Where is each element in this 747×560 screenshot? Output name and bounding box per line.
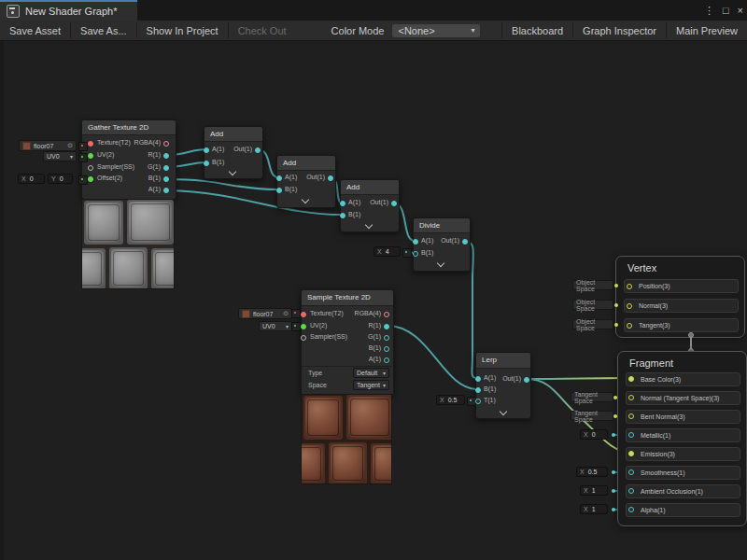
port-g-output[interactable] bbox=[163, 165, 169, 171]
port-uv-input[interactable] bbox=[301, 324, 306, 329]
port-b-input[interactable] bbox=[204, 161, 209, 166]
texture-asset-chip[interactable]: floor07 ⊙ bbox=[238, 308, 292, 319]
vertex-context-block[interactable]: Vertex Position(3) Normal(3) Tangent(3) bbox=[615, 256, 745, 338]
port-a-input[interactable] bbox=[204, 147, 209, 153]
port-label: A(1) bbox=[112, 186, 161, 192]
offset-x-field[interactable]: X 0 bbox=[18, 174, 45, 184]
offset-y-field[interactable]: Y 0 bbox=[48, 174, 73, 184]
graph-inspector-button[interactable]: Graph Inspector bbox=[573, 21, 666, 40]
metallic-field[interactable]: X 0 bbox=[580, 429, 608, 440]
field-label: X bbox=[584, 431, 588, 438]
block-row-alpha[interactable]: Alpha(1) bbox=[626, 503, 740, 517]
color-mode-label: Color Mode bbox=[320, 21, 392, 40]
port-a-output[interactable] bbox=[163, 188, 169, 193]
space-chip-object[interactable]: Object Space bbox=[572, 280, 613, 290]
port-a-input[interactable] bbox=[475, 376, 481, 382]
tab-new-shader-graph[interactable]: New Shader Graph* bbox=[0, 2, 137, 21]
ambient-occlusion-field[interactable]: X 1 bbox=[580, 485, 608, 496]
lerp-t-field[interactable]: X 0.5 bbox=[436, 395, 465, 405]
smoothness-field[interactable]: X 0.5 bbox=[576, 467, 608, 477]
port-smoothness-input[interactable] bbox=[628, 469, 634, 475]
port-base-color-input[interactable] bbox=[628, 376, 634, 382]
block-row-tangent[interactable]: Tangent(3) bbox=[624, 318, 739, 332]
block-row-emission[interactable]: Emission(3) bbox=[626, 447, 740, 461]
space-chip-tangent[interactable]: Tangent Space bbox=[571, 411, 613, 421]
maximize-icon[interactable]: □ bbox=[723, 5, 729, 16]
alpha-field[interactable]: X 1 bbox=[580, 504, 608, 514]
port-a-input[interactable] bbox=[340, 201, 345, 206]
port-emission-input[interactable] bbox=[628, 451, 634, 456]
port-normal-input[interactable] bbox=[627, 303, 632, 309]
space-chip-tangent[interactable]: Tangent Space bbox=[571, 392, 613, 402]
port-position-input[interactable] bbox=[627, 284, 632, 289]
show-in-project-button[interactable]: Show In Project bbox=[137, 21, 228, 40]
space-dropdown[interactable]: Tangent ▾ bbox=[353, 380, 389, 390]
type-dropdown[interactable]: Default ▾ bbox=[353, 368, 389, 378]
port-r-output[interactable] bbox=[384, 324, 389, 329]
field-label: X bbox=[440, 397, 444, 403]
port-out-output[interactable] bbox=[255, 147, 261, 153]
gather-texture-preview bbox=[81, 199, 175, 289]
port-offset-input[interactable] bbox=[88, 176, 93, 182]
port-a-input[interactable] bbox=[276, 175, 282, 181]
port-a-output[interactable] bbox=[384, 357, 389, 363]
port-sampler-input[interactable] bbox=[301, 335, 306, 341]
save-as-button[interactable]: Save As... bbox=[71, 21, 136, 40]
port-b-output[interactable] bbox=[163, 176, 169, 182]
block-row-base-color[interactable]: Base Color(3) bbox=[626, 372, 740, 386]
blackboard-button[interactable]: Blackboard bbox=[502, 21, 572, 40]
port-r-output[interactable] bbox=[163, 153, 169, 159]
texture-asset-chip[interactable]: floor07 ⊙ bbox=[19, 140, 77, 151]
port-b-output[interactable] bbox=[384, 346, 389, 352]
window-menu-icon[interactable]: ⋮ bbox=[704, 5, 714, 17]
space-chip-object[interactable]: Object Space bbox=[572, 319, 613, 329]
port-b-input[interactable] bbox=[413, 251, 418, 257]
port-normal-ts-input[interactable] bbox=[628, 395, 634, 400]
block-row-smoothness[interactable]: Smoothness(1) bbox=[626, 466, 740, 480]
port-out-output[interactable] bbox=[462, 239, 468, 245]
port-tangent-input[interactable] bbox=[627, 323, 632, 329]
port-bent-normal-input[interactable] bbox=[628, 413, 634, 419]
port-out-output[interactable] bbox=[391, 201, 397, 206]
port-texture-input[interactable] bbox=[301, 312, 306, 317]
block-row-metallic[interactable]: Metallic(1) bbox=[626, 428, 740, 442]
row-label: Metallic(1) bbox=[641, 432, 670, 439]
color-mode-dropdown[interactable]: <None> ▾ bbox=[391, 23, 481, 38]
uv-channel-dropdown[interactable]: UV0 ▾ bbox=[259, 321, 292, 331]
block-row-bent-normal[interactable]: Bent Normal(3) bbox=[626, 410, 740, 424]
port-b-input[interactable] bbox=[276, 188, 282, 193]
save-asset-button[interactable]: Save Asset bbox=[0, 21, 70, 40]
port-alpha-input[interactable] bbox=[628, 507, 634, 512]
chevron-down-icon: ▾ bbox=[471, 26, 474, 35]
port-sampler-input[interactable] bbox=[88, 165, 93, 171]
port-out-output[interactable] bbox=[328, 175, 333, 181]
block-link-icon bbox=[690, 336, 692, 350]
port-metallic-input[interactable] bbox=[628, 432, 634, 438]
texture-asset-name: floor07 bbox=[34, 143, 53, 149]
port-b-input[interactable] bbox=[475, 387, 481, 393]
fragment-context-block[interactable]: Fragment Base Color(3) Normal (Tangent S… bbox=[617, 351, 747, 526]
block-row-normal[interactable]: Normal(3) bbox=[624, 299, 739, 313]
divider bbox=[302, 366, 391, 367]
block-row-ambient-occlusion[interactable]: Ambient Occlusion(1) bbox=[626, 484, 740, 498]
port-a-input[interactable] bbox=[413, 239, 418, 245]
port-b-input[interactable] bbox=[340, 213, 345, 218]
port-t-input[interactable] bbox=[475, 399, 481, 404]
port-texture-input[interactable] bbox=[88, 141, 93, 147]
spacer bbox=[481, 21, 501, 40]
row-label: Base Color(3) bbox=[641, 376, 681, 383]
port-ambient-occlusion-input[interactable] bbox=[628, 488, 634, 494]
space-chip-object[interactable]: Object Space bbox=[572, 300, 613, 310]
port-rgba-output[interactable] bbox=[163, 141, 169, 147]
block-row-position[interactable]: Position(3) bbox=[624, 279, 739, 293]
port-rgba-output[interactable] bbox=[384, 312, 389, 317]
main-preview-button[interactable]: Main Preview bbox=[667, 21, 747, 40]
block-row-normal-ts[interactable]: Normal (Tangent Space)(3) bbox=[626, 391, 740, 405]
port-out-output[interactable] bbox=[524, 377, 529, 383]
divide-b-field[interactable]: X 4 bbox=[374, 246, 401, 257]
uv-channel-dropdown[interactable]: UV0 ▾ bbox=[43, 151, 77, 161]
port-uv-input[interactable] bbox=[88, 153, 93, 159]
close-icon[interactable]: × bbox=[738, 5, 743, 16]
port-g-output[interactable] bbox=[384, 335, 389, 341]
chevron-down-icon: ▾ bbox=[383, 370, 386, 376]
